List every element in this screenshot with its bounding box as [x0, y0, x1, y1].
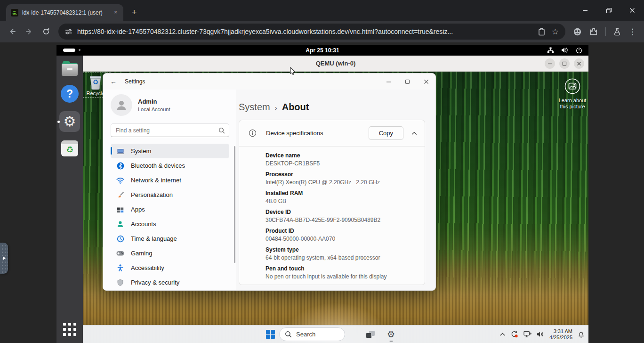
shield-icon — [117, 279, 124, 286]
breadcrumb-system[interactable]: System — [239, 102, 270, 113]
copy-button[interactable]: Copy — [369, 126, 403, 140]
close-icon — [629, 8, 635, 13]
expand-arrow-icon — [3, 256, 6, 260]
clipboard-icon[interactable] — [538, 28, 545, 36]
url-text[interactable]: https://80-idx-ide-1745570482312.cluster… — [77, 28, 531, 35]
tab-close-icon[interactable]: × — [112, 8, 120, 16]
settings-minimize-button[interactable] — [379, 74, 398, 90]
qemu-title: QEMU (win-0) — [316, 60, 356, 67]
qemu-maximize-button[interactable] — [559, 58, 570, 69]
learn-about-picture[interactable]: Learn about this picture — [555, 77, 588, 110]
site-info-icon[interactable] — [65, 28, 72, 35]
spec-value: DESKTOP-CR1BSF5 — [266, 159, 417, 167]
spec-label: Device name — [266, 148, 417, 159]
omnibox[interactable]: https://80-idx-ide-1745570482312.cluster… — [58, 24, 565, 40]
start-button[interactable] — [266, 329, 275, 339]
toolbar-divider — [605, 27, 606, 36]
dock-settings[interactable]: ⚙ — [56, 111, 83, 132]
browser-close-button[interactable] — [620, 0, 644, 21]
settings-titlebar[interactable]: ← Settings — [103, 74, 435, 90]
tampermonkey-extension-icon[interactable] — [573, 27, 582, 36]
dock-software[interactable]: ♻ — [56, 140, 83, 156]
device-specifications-header[interactable]: Device specifications Copy — [239, 120, 425, 146]
windows-logo-icon — [266, 329, 275, 339]
minimize-icon — [582, 8, 588, 13]
clock-date: 4/25/2025 — [549, 335, 572, 341]
settings-maximize-button[interactable] — [398, 74, 417, 90]
account-card[interactable]: Admin Local Account — [111, 94, 229, 116]
browser-restore-button[interactable] — [597, 0, 620, 21]
back-button[interactable] — [5, 24, 19, 39]
settings-sidebar: Admin Local Account — [103, 90, 236, 290]
settings-close-button[interactable] — [417, 74, 435, 90]
workspace-dot[interactable] — [79, 49, 80, 51]
account-type: Local Account — [138, 106, 170, 112]
browser-minimize-button[interactable] — [573, 0, 597, 21]
qemu-close-button[interactable] — [574, 58, 584, 69]
sidebar-scrollbar[interactable] — [234, 146, 235, 263]
collapse-chevron-icon[interactable] — [411, 131, 417, 135]
bluetooth-icon — [117, 162, 124, 170]
sidebar-item-accounts[interactable]: Accounts — [111, 217, 229, 231]
notification-bell-icon[interactable] — [578, 331, 585, 338]
workspace-indicator[interactable] — [63, 49, 75, 52]
card-title: Device specifications — [266, 130, 369, 137]
find-setting-input[interactable] — [111, 123, 229, 137]
clock-time: 3:31 AM — [549, 328, 572, 335]
dock-help[interactable]: ? — [56, 85, 83, 103]
settings-window-title: Settings — [125, 78, 145, 85]
volume-icon — [561, 47, 569, 53]
sidebar-label: Gaming — [131, 250, 153, 257]
help-question-icon: ? — [61, 85, 79, 103]
sidebar-item-personalization[interactable]: Personalization — [111, 188, 229, 202]
reload-button[interactable] — [39, 24, 53, 39]
sidebar-item-gaming[interactable]: Gaming — [111, 246, 229, 261]
update-sync-icon[interactable] — [510, 331, 518, 338]
sidebar-item-bluetooth-devices[interactable]: Bluetooth & devices — [111, 158, 229, 173]
sidebar-label: System — [131, 147, 151, 155]
chrome-labs-flask-icon[interactable] — [613, 28, 621, 36]
display-network-icon[interactable] — [523, 331, 531, 338]
sidebar-item-network-internet[interactable]: Network & internet — [111, 173, 229, 188]
screen: no VNC idx-ide-1745570482312:1 (user) × … — [0, 0, 644, 343]
spec-value: No pen or touch input is available for t… — [266, 272, 417, 280]
gnome-system-tray[interactable] — [547, 45, 582, 56]
taskbar-clock[interactable]: 3:31 AM 4/25/2025 — [549, 328, 572, 341]
gnome-top-bar: Apr 25 10:31 — [56, 45, 588, 56]
brush-icon — [117, 191, 124, 199]
dock-files[interactable] — [56, 61, 83, 76]
settings-back-button[interactable]: ← — [110, 78, 121, 85]
settings-window: ← Settings — [103, 73, 436, 291]
novnc-control-handle[interactable] — [0, 243, 8, 274]
taskbar-settings-icon[interactable]: ⚙ — [387, 330, 395, 339]
qemu-titlebar[interactable]: QEMU (win-0) — [83, 56, 588, 72]
bookmark-star-icon[interactable]: ☆ — [552, 28, 559, 36]
sidebar-label: Accessibility — [131, 264, 164, 271]
new-tab-button[interactable]: + — [128, 6, 141, 19]
sidebar-item-time-language[interactable]: Time & language — [111, 231, 229, 246]
qemu-minimize-button[interactable] — [545, 58, 555, 69]
task-view-button[interactable] — [366, 331, 375, 338]
sidebar-item-privacy-security[interactable]: Privacy & security — [111, 275, 229, 290]
browser-menu-icon[interactable]: ⋮ — [628, 27, 636, 37]
sidebar-item-apps[interactable]: Apps — [111, 202, 229, 217]
browser-extension-area: ⋮ — [569, 27, 640, 37]
tray-chevron-icon[interactable] — [500, 333, 505, 336]
sidebar-item-system[interactable]: System — [111, 144, 229, 158]
extensions-puzzle-icon[interactable] — [589, 27, 598, 36]
accounts-icon — [117, 220, 124, 228]
taskbar-search[interactable]: Search — [279, 327, 345, 341]
show-applications-button[interactable] — [63, 323, 76, 336]
tray-volume-icon[interactable] — [537, 331, 544, 337]
forward-button[interactable] — [22, 24, 36, 39]
spec-value: 30CFB74A-BB7D-425E-99F2-90905B0489B2 — [266, 215, 417, 223]
selected-indicator — [111, 147, 112, 155]
gnome-clock[interactable]: Apr 25 10:31 — [306, 47, 339, 54]
browser-tab[interactable]: no VNC idx-ide-1745570482312:1 (user) × — [6, 4, 123, 21]
sidebar-item-accessibility[interactable]: Accessibility — [111, 261, 229, 275]
favicon-text: VNC — [12, 13, 16, 15]
gamepad-icon — [116, 251, 124, 256]
qemu-window: QEMU (win-0) ♻ — [83, 56, 588, 343]
running-indicator-dot — [57, 121, 60, 123]
breadcrumb-separator-icon: › — [275, 104, 277, 112]
